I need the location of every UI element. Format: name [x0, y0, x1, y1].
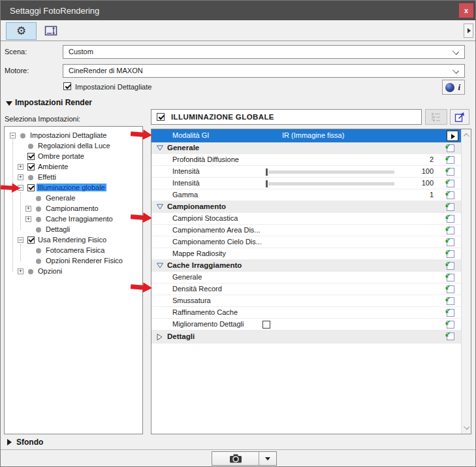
tree-item[interactable]: Ambiente [5, 162, 142, 172]
tree-item[interactable]: Cache Irraggiamento [5, 214, 142, 225]
render-button[interactable] [212, 451, 277, 466]
render-dropdown-arrow[interactable] [259, 452, 276, 465]
import-icon[interactable] [447, 285, 454, 293]
gear-icon[interactable] [6, 22, 37, 40]
photorendering-settings-dialog: Settaggi FotoRendering x Scena: Custom M… [0, 0, 476, 467]
tree-checkbox[interactable] [27, 236, 35, 244]
tree-item-label: Generale [46, 194, 75, 202]
list-icon [431, 112, 441, 121]
scroll-down-icon[interactable] [464, 424, 469, 430]
triangle-down-icon[interactable] [6, 101, 12, 106]
tree-item[interactable]: Campionamento [5, 204, 142, 214]
row-campionamento-area[interactable]: Campionamento Area Dis... [151, 225, 461, 236]
collapse-icon[interactable] [18, 237, 24, 243]
tree-item[interactable]: Usa Rendering Fisico [5, 235, 142, 246]
intensity-slider[interactable] [266, 166, 396, 178]
row-gamma[interactable]: Gamma 1 [151, 189, 461, 201]
detail-enhancement-checkbox[interactable] [262, 321, 270, 329]
scroll-up-icon[interactable] [464, 133, 469, 139]
row-campioni-stocastica[interactable]: Campioni Stocastica [151, 213, 461, 225]
tree-item[interactable]: Opzioni [5, 266, 142, 277]
row-intensita-1[interactable]: Intensità 100 [151, 166, 461, 178]
scene-dropdown[interactable]: Custom [63, 45, 465, 59]
annotation-arrow-tree [1, 181, 22, 195]
expand-icon[interactable] [25, 216, 31, 222]
row-profondita-diffusione[interactable]: Profondità Diffusione 2 [151, 154, 461, 166]
option-popup-button[interactable] [447, 131, 458, 141]
row-densita-record[interactable]: Densità Record [151, 283, 461, 295]
import-icon[interactable] [447, 262, 454, 270]
expand-icon[interactable] [18, 164, 24, 170]
titlebar[interactable]: Settaggi FotoRendering x [1, 1, 475, 20]
collapse-icon[interactable] [10, 133, 16, 138]
import-icon[interactable] [447, 168, 454, 176]
tree-item[interactable]: Dettagli [5, 225, 142, 235]
engine-info-button[interactable]: i [442, 80, 465, 95]
row-miglioramento-dettagli[interactable]: Miglioramento Dettagli [151, 319, 461, 330]
camera-icon[interactable] [212, 452, 259, 465]
import-icon[interactable] [447, 250, 454, 258]
toolbar-overflow-icon[interactable] [464, 24, 473, 38]
row-generale-cache[interactable]: Generale [151, 272, 461, 283]
gi-header-checkbox[interactable] [157, 113, 165, 121]
scrollbar[interactable] [461, 129, 471, 434]
import-icon[interactable] [447, 215, 454, 223]
detailed-settings-checkbox[interactable] [63, 82, 71, 90]
render-settings-header[interactable]: Impostazioni Render [15, 98, 92, 107]
tree-checkbox[interactable] [27, 153, 35, 160]
open-settings-window-button[interactable] [450, 109, 469, 125]
maxon-sphere-icon [445, 83, 454, 92]
tree-item-label: Campionamento [46, 204, 99, 212]
section-campionamento[interactable]: Campionamento [151, 201, 461, 213]
import-icon[interactable] [447, 309, 454, 317]
tree-item[interactable]: Generale [5, 193, 142, 204]
expand-icon[interactable] [18, 174, 24, 180]
import-icon[interactable] [447, 156, 454, 164]
import-icon[interactable] [447, 227, 454, 234]
gi-header-title: ILLUMINAZIONE GLOBALE [171, 113, 274, 121]
settings-panel: Modalità GI IR (Immagine fissa) Generale… [151, 129, 471, 434]
row-campionamento-cielo[interactable]: Campionamento Cielo Dis... [151, 236, 461, 248]
bullet-icon [36, 206, 41, 212]
tree-checkbox[interactable] [27, 163, 35, 170]
tree-item[interactable]: Impostazioni Dettagliate [5, 131, 142, 141]
close-button[interactable]: x [459, 3, 473, 18]
row-smussatura[interactable]: Smussatura [151, 295, 461, 307]
row-raffinamento-cache[interactable]: Raffinamento Cache [151, 307, 461, 319]
row-intensita-2[interactable]: Intensità 100 [151, 178, 461, 189]
section-generale[interactable]: Generale [151, 142, 461, 154]
triangle-right-icon[interactable] [7, 439, 12, 445]
tree-item-illuminazione-globale[interactable]: Illuminazione globale [5, 183, 142, 193]
import-icon[interactable] [447, 274, 454, 282]
list-view-button[interactable] [425, 109, 447, 125]
row-mappe-radiosity[interactable]: Mappe Radiosity [151, 248, 461, 260]
import-icon[interactable] [447, 191, 454, 199]
import-icon[interactable] [447, 332, 454, 340]
tree-item[interactable]: Ombre portate [5, 152, 142, 162]
import-icon[interactable] [447, 238, 454, 246]
tree-item[interactable]: Regolazioni della Luce [5, 141, 142, 152]
import-icon[interactable] [447, 203, 454, 211]
section-cache-irraggiamento[interactable]: Cache Irraggiamento [151, 260, 461, 272]
intensity-slider[interactable] [266, 178, 396, 189]
import-icon[interactable] [447, 144, 454, 152]
engine-value: CineRender di MAXON [69, 67, 143, 74]
engine-dropdown[interactable]: CineRender di MAXON [63, 64, 465, 78]
expand-icon[interactable] [18, 268, 24, 274]
row-value[interactable]: 2 [430, 155, 434, 163]
import-icon[interactable] [447, 321, 454, 329]
import-icon[interactable] [447, 297, 454, 305]
import-icon[interactable] [447, 180, 454, 187]
expand-icon[interactable] [25, 206, 31, 212]
tree-item[interactable]: Opzioni Renderer Fisico [5, 256, 142, 266]
row-value[interactable]: 1 [430, 191, 434, 199]
tree-item[interactable]: Effetti [5, 172, 142, 183]
row-value[interactable]: 100 [422, 179, 434, 187]
section-dettagli[interactable]: Dettagli [151, 330, 461, 344]
background-header[interactable]: Sfondo [16, 438, 43, 447]
tree-checkbox[interactable] [27, 184, 35, 191]
row-modalita-gi[interactable]: Modalità GI IR (Immagine fissa) [151, 129, 461, 142]
row-value[interactable]: 100 [422, 167, 434, 175]
tree-item[interactable]: Fotocamera Fisica [5, 246, 142, 256]
render-size-icon[interactable] [42, 23, 62, 39]
